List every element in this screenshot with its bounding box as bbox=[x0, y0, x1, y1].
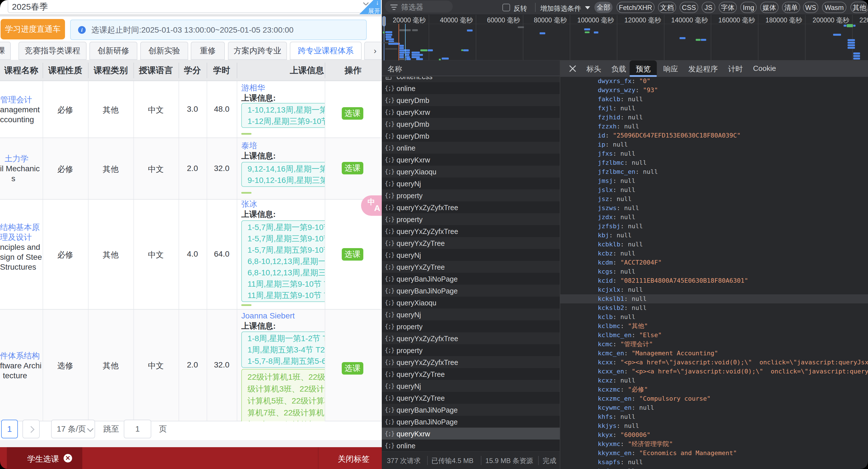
json-line[interactable]: jszws: null bbox=[560, 204, 868, 213]
request-row[interactable]: {;}online bbox=[382, 439, 560, 451]
progress-button[interactable]: 学习进度直通车 bbox=[1, 19, 65, 39]
request-row[interactable]: {;}queryBanJiNoPage bbox=[382, 273, 560, 285]
json-line[interactable]: kckslb1: null bbox=[560, 294, 868, 303]
filter-chip-文档[interactable]: 文档 bbox=[658, 2, 676, 13]
json-line[interactable]: fzzxh: null bbox=[560, 122, 868, 131]
detail-tab-Cookie[interactable]: Cookie bbox=[753, 64, 776, 73]
json-line[interactable]: kcmc: "管理会计" bbox=[560, 340, 868, 349]
request-row[interactable]: content.css bbox=[382, 77, 560, 82]
json-line[interactable]: kcxzmc_en: "Compulsory course" bbox=[560, 394, 868, 403]
detail-tab-响应[interactable]: 响应 bbox=[663, 64, 678, 74]
filter-chip-全部[interactable]: 全部 bbox=[594, 2, 613, 13]
json-line[interactable]: fzjhid: null bbox=[560, 113, 868, 122]
request-row[interactable]: {;}queryNj bbox=[382, 308, 560, 321]
course-name-link[interactable]: 管理会计 bbox=[0, 95, 32, 105]
filter-chip-清单[interactable]: 清单 bbox=[782, 2, 800, 13]
request-row[interactable]: {;}queryDmb bbox=[382, 94, 560, 106]
request-row[interactable]: {;}queryKxrw bbox=[382, 106, 560, 118]
request-row[interactable]: {;}queryXiaoqu bbox=[382, 166, 560, 177]
request-row[interactable]: {;}queryYxZyZyfxTree bbox=[382, 356, 560, 368]
json-line[interactable]: dwyxrs_wzy: "93" bbox=[560, 86, 868, 95]
json-line[interactable]: kkyxmc_en: "Economics and Management" bbox=[560, 448, 868, 458]
pick-course-button[interactable]: 选课 bbox=[342, 362, 363, 375]
request-row[interactable]: {;}queryYxZyZyfxTree bbox=[382, 225, 560, 237]
network-overview-timeline[interactable]: 20000 毫秒40000 毫秒60000 毫秒80000 毫秒100000 毫… bbox=[382, 15, 868, 60]
json-line[interactable]: jzdx: null bbox=[560, 213, 868, 222]
request-row[interactable]: {;}queryKxrw bbox=[382, 428, 560, 439]
tab-重修[interactable]: 重修 bbox=[191, 42, 225, 60]
json-line[interactable]: jfzlbmc: null bbox=[560, 158, 868, 167]
json-line[interactable]: kcjxlx: null bbox=[560, 285, 868, 294]
json-line[interactable]: kcxx: "<p><a href=\"javascript:void(0);\… bbox=[560, 358, 868, 367]
filter-chip-Img[interactable]: Img bbox=[740, 2, 757, 13]
tab-课[interactable]: 课 bbox=[0, 42, 11, 60]
json-line[interactable]: jsz: null bbox=[560, 195, 868, 204]
request-row[interactable]: {;}property bbox=[382, 190, 560, 201]
json-line[interactable]: kcmc_en: "Management Accounting" bbox=[560, 349, 868, 358]
pick-course-button[interactable]: 选课 bbox=[342, 162, 363, 174]
request-row[interactable]: {;}queryBanJiNoPage bbox=[382, 285, 560, 297]
request-row[interactable]: {;}queryXiaoqu bbox=[382, 297, 560, 308]
expand-dash[interactable] bbox=[241, 133, 251, 135]
json-line[interactable]: dwyxrs_fx: "0" bbox=[560, 77, 868, 86]
request-row[interactable]: {;}queryDmb bbox=[382, 118, 560, 130]
detail-tab-预览[interactable]: 预览 bbox=[636, 64, 651, 74]
json-line[interactable]: kcxx_en: "<p><a href=\"javascript:void(0… bbox=[560, 367, 868, 376]
detail-tab-计时[interactable]: 计时 bbox=[728, 64, 743, 74]
json-line[interactable]: ksfs: null bbox=[560, 467, 868, 469]
next-page-button[interactable] bbox=[23, 420, 40, 438]
course-name-link[interactable]: 理及设计 bbox=[0, 232, 32, 242]
filter-chip-媒体[interactable]: 媒体 bbox=[760, 2, 779, 13]
json-line[interactable]: kclbmc: "其他" bbox=[560, 322, 868, 331]
request-row[interactable]: {;}property bbox=[382, 213, 560, 225]
json-line[interactable]: kclb: null bbox=[560, 312, 868, 322]
json-line[interactable]: kcid: "082111EB4800A745E0630B18F80A6301" bbox=[560, 276, 868, 285]
request-row[interactable]: {;}property bbox=[382, 321, 560, 332]
pick-course-button[interactable]: 选课 bbox=[342, 107, 363, 120]
detail-tab-负载[interactable]: 负载 bbox=[611, 64, 626, 74]
json-line[interactable]: id: "25096DC647EFD153E0630C18F80A039C" bbox=[560, 131, 868, 140]
json-line[interactable]: kbj: null bbox=[560, 231, 868, 240]
request-row[interactable]: {;}queryYxZyZyfxTree bbox=[382, 201, 560, 213]
request-row[interactable]: {;}queryBanJiNoPage bbox=[382, 404, 560, 416]
pick-course-button[interactable]: 选课 bbox=[342, 248, 363, 261]
request-row[interactable]: {;}queryYxZyZyfxTree bbox=[382, 332, 560, 344]
close-circle-icon[interactable]: ✕ bbox=[64, 454, 72, 463]
filter-chip-WS[interactable]: WS bbox=[803, 2, 818, 13]
request-row[interactable]: {;}queryKxrw bbox=[382, 154, 560, 166]
json-line[interactable]: jfxs: null bbox=[560, 149, 868, 158]
json-line[interactable]: fakclb: null bbox=[560, 95, 868, 104]
detail-tab-发起程序[interactable]: 发起程序 bbox=[688, 64, 718, 74]
request-row[interactable]: {;}queryYxZyTree bbox=[382, 392, 560, 404]
json-line[interactable]: kcbklb: null bbox=[560, 240, 868, 249]
filter-chip-字体[interactable]: 字体 bbox=[719, 2, 737, 13]
request-row[interactable]: {;}queryNj bbox=[382, 380, 560, 392]
teacher-link[interactable]: Joanna Siebert bbox=[241, 311, 294, 321]
tab-跨专业课程体系[interactable]: 跨专业课程体系 bbox=[290, 42, 362, 60]
json-line[interactable]: kkyx: "600006" bbox=[560, 430, 868, 439]
term-select[interactable] bbox=[8, 0, 381, 13]
request-row[interactable]: {;}property bbox=[382, 344, 560, 356]
teacher-link[interactable]: 张冰 bbox=[241, 199, 257, 209]
close-tab-button[interactable]: 关闭标签 bbox=[338, 454, 370, 465]
course-name-link[interactable]: 土力学 bbox=[4, 154, 28, 164]
more-filters-dropdown[interactable]: 增加筛选条件 bbox=[540, 4, 581, 13]
request-row[interactable]: {;}queryBanJiNoPage bbox=[382, 416, 560, 428]
request-row[interactable]: {;}queryNj bbox=[382, 177, 560, 190]
filter-chip-Fetch/XHR[interactable]: Fetch/XHR bbox=[617, 2, 655, 13]
json-line[interactable]: jfzlbmc_en: null bbox=[560, 167, 868, 176]
tab-方案内跨专业[interactable]: 方案内跨专业 bbox=[228, 42, 287, 60]
expand-dash[interactable] bbox=[241, 304, 251, 306]
json-line[interactable]: jslx: null bbox=[560, 186, 868, 195]
json-line[interactable]: kcdm: "ACCT2004F" bbox=[560, 258, 868, 267]
tab-竞赛指导类课程[interactable]: 竞赛指导类课程 bbox=[19, 42, 87, 60]
request-row[interactable]: {;}online bbox=[382, 142, 560, 154]
request-list-header[interactable]: 名称 bbox=[382, 60, 560, 76]
tab-创新研修[interactable]: 创新研修 bbox=[89, 42, 137, 60]
jump-page-input[interactable]: 1 bbox=[124, 420, 151, 438]
tab-创新实验[interactable]: 创新实验 bbox=[140, 42, 188, 60]
json-line[interactable]: kcgs: null bbox=[560, 267, 868, 276]
course-name-link[interactable]: 结构基本原 bbox=[0, 222, 40, 232]
teacher-link[interactable]: 泰培 bbox=[241, 141, 257, 151]
json-line[interactable]: jzfsbj: null bbox=[560, 222, 868, 231]
